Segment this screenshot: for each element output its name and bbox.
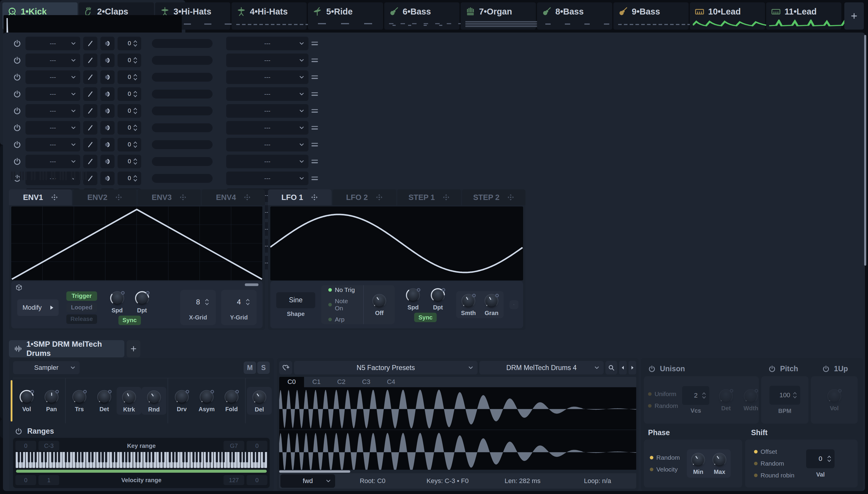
mod-source-select[interactable]: --- (25, 155, 80, 168)
move-icon[interactable] (443, 194, 450, 201)
row-power-icon[interactable] (12, 39, 22, 48)
knob[interactable]: Smth (457, 293, 480, 317)
mod-amount-slider[interactable] (152, 107, 213, 115)
mod-curve-button[interactable] (100, 71, 115, 84)
env-toggle[interactable]: Release (66, 315, 97, 324)
mod-target-select[interactable]: --- (226, 104, 309, 118)
lfo-display[interactable] (270, 207, 523, 281)
row-drag-handle[interactable] (311, 59, 318, 62)
move-icon[interactable] (115, 194, 122, 201)
knob[interactable]: Asym (194, 389, 219, 413)
knob[interactable]: Vol (822, 388, 847, 412)
mod-source-select[interactable]: --- (25, 104, 80, 118)
sample-zone-tab[interactable]: C0 (279, 377, 304, 387)
mod-amount-slider[interactable] (152, 56, 213, 65)
preset-select[interactable]: DRM MelTech Drums 4 (479, 361, 604, 375)
engine-select[interactable]: Sampler (13, 361, 80, 374)
mod-slope-button[interactable] (83, 121, 97, 135)
row-drag-handle[interactable] (311, 176, 318, 180)
row-power-icon[interactable] (12, 107, 22, 115)
knob[interactable]: Max (709, 452, 730, 475)
mod-source-select[interactable]: --- (25, 71, 80, 84)
lfo-tab[interactable]: STEP 2 (462, 189, 526, 205)
shift-val-stepper[interactable]: 0 (806, 449, 834, 468)
vel-low-fade[interactable]: 0 (15, 475, 36, 485)
row-drag-handle[interactable] (311, 42, 318, 45)
mod-amount-stepper[interactable]: 0 (117, 138, 141, 151)
mod-amount-stepper[interactable]: 0 (117, 71, 141, 84)
track-tab[interactable]: 5•Ride (308, 2, 383, 30)
row-drag-handle[interactable] (311, 143, 318, 147)
row-power-icon[interactable] (12, 157, 22, 166)
mod-target-select[interactable]: --- (226, 37, 309, 50)
mod-source-select[interactable]: --- (25, 121, 80, 135)
add-layer-button[interactable] (127, 340, 140, 357)
search-button[interactable] (605, 361, 617, 375)
layer-mute-button[interactable]: M (244, 361, 256, 374)
y-grid-stepper[interactable]: 4 (225, 294, 253, 310)
track-tab[interactable]: 9•Bass (613, 2, 689, 30)
mod-amount-stepper[interactable]: 0 (117, 87, 141, 101)
knob[interactable]: Wdth (738, 388, 763, 412)
mod-source-select[interactable]: --- (25, 87, 80, 101)
sample-zone-tab[interactable]: C3 (354, 377, 378, 387)
mod-source-select[interactable]: --- (25, 37, 80, 50)
knob[interactable]: Ktrk (117, 387, 142, 415)
mod-slope-button[interactable] (83, 37, 97, 50)
shift-option[interactable]: Random (754, 460, 794, 467)
mod-curve-button[interactable] (100, 138, 115, 151)
knob[interactable]: Fold (219, 389, 244, 413)
mod-curve-button[interactable] (100, 54, 115, 67)
row-drag-handle[interactable] (311, 160, 318, 163)
favorite-button[interactable] (279, 361, 292, 375)
next-preset-button[interactable] (628, 361, 636, 375)
mod-amount-slider[interactable] (152, 90, 213, 98)
mod-slope-button[interactable] (83, 155, 97, 168)
row-power-icon[interactable] (12, 124, 22, 132)
env-display[interactable] (11, 207, 263, 281)
matrix-scrollbar[interactable] (864, 35, 866, 266)
mod-target-select[interactable]: --- (226, 172, 309, 185)
unison-option[interactable]: Random (648, 402, 678, 410)
env-sync-toggle[interactable]: Sync (118, 316, 141, 325)
trig-option[interactable]: Arp (328, 316, 356, 323)
mod-amount-stepper[interactable]: 0 (117, 155, 141, 168)
mod-slope-button[interactable] (83, 87, 97, 101)
sample-zone-tab[interactable]: C4 (378, 377, 404, 387)
modify-button[interactable]: Modify (17, 299, 59, 316)
mod-curve-button[interactable] (100, 121, 115, 135)
key-low-fade[interactable]: 0 (15, 441, 36, 451)
lfo-sync-toggle[interactable]: Sync (414, 313, 437, 322)
phase-option[interactable]: Velocity (650, 466, 680, 473)
waveform-scrollbar[interactable] (279, 470, 636, 473)
play-mode-select[interactable]: fwd (280, 474, 335, 488)
mod-amount-slider[interactable] (152, 124, 213, 132)
row-power-icon[interactable] (12, 56, 22, 64)
vel-low[interactable]: 1 (38, 475, 59, 485)
mod-curve-button[interactable] (100, 87, 115, 101)
track-tab[interactable]: 11•Lead (766, 2, 842, 30)
mod-slope-button[interactable] (83, 138, 97, 151)
knob[interactable]: Det (92, 389, 117, 413)
mod-amount-slider[interactable] (152, 140, 213, 149)
move-icon[interactable] (376, 194, 383, 201)
unison-power-icon[interactable] (648, 365, 656, 373)
trig-option[interactable]: No Trig (328, 286, 356, 293)
sample-zone-tab[interactable]: C2 (329, 377, 354, 387)
env-tab[interactable]: ENV4 (202, 189, 265, 205)
knob[interactable]: Spd (105, 290, 130, 314)
knob[interactable]: Gran (480, 293, 503, 317)
sample-zone-tab[interactable]: C1 (304, 377, 329, 387)
row-drag-handle[interactable] (311, 126, 318, 130)
knob[interactable]: Spd (401, 287, 425, 311)
mod-target-select[interactable]: --- (226, 54, 309, 67)
mod-curve-button[interactable] (100, 37, 115, 50)
mod-slope-button[interactable] (83, 54, 97, 67)
mod-target-select[interactable]: --- (226, 121, 309, 135)
knob[interactable]: Trs (67, 389, 92, 413)
mod-curve-button[interactable] (100, 104, 115, 118)
mod-target-select[interactable]: --- (226, 71, 309, 84)
env-tab[interactable]: ENV2 (73, 189, 136, 205)
knob[interactable]: Det (714, 388, 738, 412)
env-toggle[interactable]: Looped (66, 303, 97, 312)
